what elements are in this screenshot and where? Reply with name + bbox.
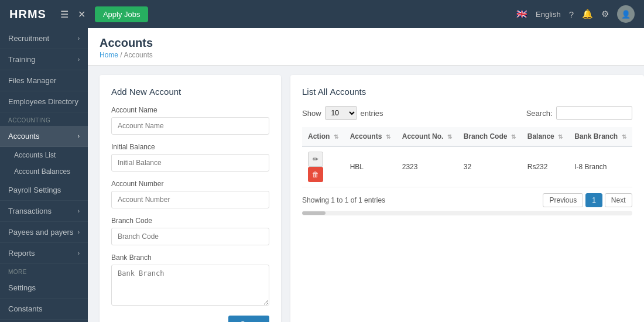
bank-branch-group: Bank Branch — [111, 254, 269, 307]
next-page-button[interactable]: Next — [605, 193, 632, 207]
pagination: Previous 1 Next — [543, 193, 632, 207]
breadcrumb-sep: / — [120, 51, 122, 59]
sidebar-item-transactions[interactable]: Transactions › — [0, 201, 88, 222]
accounting-section-label: ACCOUNTING — [0, 112, 88, 126]
branch-code-cell: 32 — [458, 146, 522, 187]
sidebar-item-settings[interactable]: Settings — [0, 278, 88, 299]
chevron-icon: › — [78, 208, 80, 214]
current-page-button[interactable]: 1 — [585, 193, 602, 207]
account-no-cell: 2323 — [396, 146, 458, 187]
sort-icon[interactable]: ⇅ — [334, 133, 338, 140]
sidebar-item-reports[interactable]: Reports › — [0, 243, 88, 264]
chevron-icon: › — [78, 35, 80, 42]
sidebar-item-payees-payers[interactable]: Payees and payers › — [0, 222, 88, 243]
action-cell: ✏ 🗑 — [302, 146, 344, 187]
app-logo: HRMS — [9, 8, 46, 21]
page-title: Accounts — [100, 36, 632, 50]
avatar[interactable]: 👤 — [617, 5, 635, 23]
initial-balance-group: Initial Balance — [111, 143, 269, 172]
scroll-thumb — [302, 211, 326, 215]
entries-select[interactable]: 10 25 50 100 — [325, 106, 357, 120]
sidebar-item-employees-directory[interactable]: Employees Directory — [0, 91, 88, 112]
delete-button[interactable]: 🗑 — [308, 167, 323, 182]
sort-icon[interactable]: ⇅ — [386, 133, 390, 140]
breadcrumb: Home / Accounts — [100, 51, 632, 59]
sort-icon[interactable]: ⇅ — [511, 133, 516, 140]
previous-page-button[interactable]: Previous — [543, 193, 583, 207]
chevron-icon: › — [78, 229, 80, 235]
table-header-row: Action ⇅ Accounts ⇅ Account No. ⇅ — [302, 127, 632, 146]
save-button[interactable]: Save — [228, 316, 269, 322]
accounts-cell: HBL — [344, 146, 396, 187]
col-branch-code: Branch Code ⇅ — [458, 127, 522, 146]
account-number-input[interactable] — [111, 191, 269, 208]
main-content: Accounts Home / Accounts Add New Account… — [88, 28, 644, 322]
sidebar: Recruitment › Training › Files Manager E… — [0, 28, 88, 322]
col-account-no: Account No. ⇅ — [396, 127, 458, 146]
hamburger-icon[interactable]: ☰ — [60, 9, 68, 20]
apply-jobs-button[interactable]: Apply Jobs — [95, 6, 149, 22]
table-controls: Show 10 25 50 100 entries Search: — [302, 106, 632, 120]
table-body: ✏ 🗑 HBL 2323 32 Rs232 I-8 Branch — [302, 146, 632, 187]
branch-code-label: Branch Code — [111, 217, 269, 225]
sidebar-item-payroll-settings[interactable]: Payroll Settings — [0, 180, 88, 201]
chevron-icon: › — [78, 250, 80, 256]
sidebar-item-training[interactable]: Training › — [0, 49, 88, 70]
sidebar-item-recruitment[interactable]: Recruitment › — [0, 28, 88, 49]
sidebar-item-files-manager[interactable]: Files Manager — [0, 70, 88, 91]
branch-code-group: Branch Code — [111, 217, 269, 245]
initial-balance-input[interactable] — [111, 154, 269, 172]
account-name-label: Account Name — [111, 106, 269, 114]
bank-branch-cell: I-8 Branch — [568, 146, 632, 187]
sidebar-sub-account-balances[interactable]: Account Balances — [0, 163, 88, 180]
content-area: Add New Account Account Name Initial Bal… — [88, 66, 644, 322]
account-name-input[interactable] — [111, 117, 269, 135]
sidebar-sub-accounts-list[interactable]: Accounts List — [0, 147, 88, 163]
list-table-card: List All Accounts Show 10 25 50 100 entr… — [290, 75, 644, 322]
top-nav-right: 🇬🇧 English ? 🔔 ⚙ 👤 — [516, 5, 635, 23]
gear-icon[interactable]: ⚙ — [601, 9, 609, 19]
showing-text: Showing 1 to 1 of 1 entries — [302, 196, 385, 204]
page-header: Accounts Home / Accounts — [88, 28, 644, 66]
top-nav: HRMS ☰ ✕ Apply Jobs 🇬🇧 English ? 🔔 ⚙ 👤 — [0, 0, 644, 28]
sort-icon[interactable]: ⇅ — [447, 133, 452, 140]
col-accounts: Accounts ⇅ — [344, 127, 396, 146]
account-number-label: Account Number — [111, 180, 269, 188]
search-input[interactable] — [556, 106, 632, 120]
balance-cell: Rs232 — [522, 146, 568, 187]
initial-balance-label: Initial Balance — [111, 143, 269, 151]
bank-branch-label: Bank Branch — [111, 254, 269, 262]
list-table-title: List All Accounts — [302, 87, 632, 97]
table-head: Action ⇅ Accounts ⇅ Account No. ⇅ — [302, 127, 632, 146]
sort-icon[interactable]: ⇅ — [622, 133, 626, 140]
col-bank-branch: Bank Branch ⇅ — [568, 127, 632, 146]
col-balance: Balance ⇅ — [522, 127, 568, 146]
show-label: Show — [302, 109, 321, 118]
more-section-label: MORE — [0, 264, 88, 278]
table-row: ✏ 🗑 HBL 2323 32 Rs232 I-8 Branch — [302, 146, 632, 187]
search-label: Search: — [526, 109, 553, 118]
sidebar-item-constants[interactable]: Constants — [0, 299, 88, 320]
sidebar-item-accounts[interactable]: Accounts › — [0, 126, 88, 147]
sort-icon[interactable]: ⇅ — [558, 133, 563, 140]
language-label: English — [536, 10, 561, 19]
breadcrumb-current: Accounts — [124, 51, 152, 59]
entries-label: entries — [361, 109, 383, 118]
sidebar-item-database-backup[interactable]: Database Backup — [0, 320, 88, 322]
edit-button[interactable]: ✏ — [308, 152, 323, 167]
close-icon[interactable]: ✕ — [78, 9, 85, 20]
add-form-card: Add New Account Account Name Initial Bal… — [100, 75, 281, 322]
breadcrumb-home[interactable]: Home — [100, 51, 118, 59]
scroll-bar[interactable] — [302, 211, 632, 215]
branch-code-input[interactable] — [111, 228, 269, 245]
help-icon[interactable]: ? — [569, 9, 574, 19]
accounts-table: Action ⇅ Accounts ⇅ Account No. ⇅ — [302, 127, 632, 187]
add-form-title: Add New Account — [111, 87, 269, 97]
language-flag: 🇬🇧 — [516, 9, 527, 19]
table-footer: Showing 1 to 1 of 1 entries Previous 1 N… — [302, 193, 632, 207]
bell-icon[interactable]: 🔔 — [582, 9, 593, 19]
account-name-group: Account Name — [111, 106, 269, 135]
account-number-group: Account Number — [111, 180, 269, 208]
bank-branch-input[interactable] — [111, 265, 269, 306]
chevron-icon: › — [78, 133, 80, 139]
